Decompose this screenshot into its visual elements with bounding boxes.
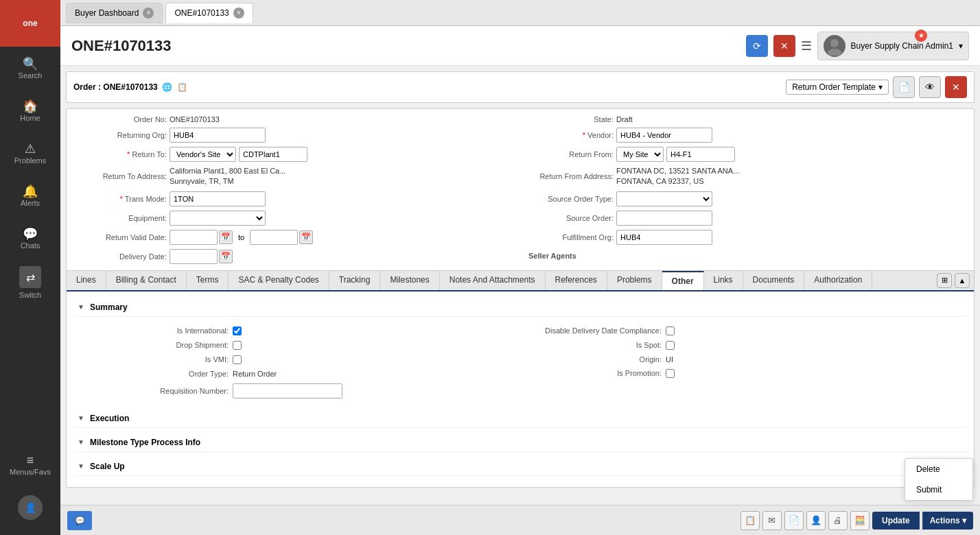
scale-up-section-header[interactable]: ▼ Scale Up	[73, 457, 967, 476]
eye-icon-btn[interactable]: 👁	[919, 76, 941, 98]
template-icon-btn[interactable]: 📄	[893, 76, 915, 98]
is-spot-checkbox[interactable]	[666, 341, 675, 350]
delivery-date-input[interactable]	[170, 249, 218, 264]
menu-button[interactable]: ☰	[801, 38, 812, 54]
tab-links[interactable]: Links	[704, 271, 743, 290]
list-icon[interactable]: 📋	[177, 82, 188, 93]
milestone-collapse-icon: ▼	[76, 438, 86, 447]
return-from-address-row: Return From Address: FONTANA DC, 13521 S…	[520, 164, 967, 189]
sidebar-item-problems[interactable]: ⚠ Problems	[0, 132, 60, 174]
tab-lines[interactable]: Lines	[67, 271, 106, 290]
trans-mode-input[interactable]	[170, 191, 266, 206]
disable-delivery-checkbox[interactable]	[666, 326, 675, 335]
source-order-input[interactable]	[616, 211, 712, 226]
problems-icon: ⚠	[25, 141, 36, 156]
tab-order-close[interactable]: ×	[233, 8, 244, 19]
form-grid: Order No: ONE#1070133 Returning Org: Ret…	[67, 109, 974, 270]
document-button[interactable]: 📄	[784, 511, 804, 530]
trans-mode-row: Trans Mode:	[73, 189, 520, 209]
delivery-date-calendar-icon[interactable]: 📅	[219, 250, 233, 263]
sidebar-item-avatar-bottom[interactable]: 👤	[0, 486, 60, 530]
calendar-to-icon[interactable]: 📅	[299, 230, 313, 244]
calculator-button[interactable]: 🧮	[850, 511, 870, 530]
tab-billing-contact[interactable]: Billing & Contact	[106, 271, 187, 290]
return-from-site-input[interactable]	[666, 147, 735, 162]
user-area[interactable]: ★ Buyer Supply Chain Admin1 ▾	[817, 32, 969, 60]
return-order-template-button[interactable]: Return Order Template ▾	[786, 80, 889, 95]
drop-shipment-checkbox[interactable]	[233, 341, 242, 350]
user-button[interactable]: 👤	[806, 511, 826, 530]
tab-other[interactable]: Other	[662, 271, 704, 290]
fulfillment-org-input[interactable]	[616, 230, 712, 245]
tab-tracking[interactable]: Tracking	[329, 271, 381, 290]
sidebar-item-menus[interactable]: ≡ Menus/Favs	[0, 444, 60, 486]
form-right-col: State: Draft Vendor: Return From: My Sit…	[520, 113, 967, 266]
sidebar-item-search[interactable]: 🔍 Search	[0, 47, 60, 89]
tab-documents[interactable]: Documents	[743, 271, 805, 290]
return-to-site-input[interactable]	[239, 147, 307, 162]
print-button[interactable]: 🖨	[828, 511, 848, 530]
sidebar-item-menus-label: Menus/Favs	[10, 468, 51, 476]
tab-collapse-icon[interactable]: ▲	[955, 273, 970, 288]
svg-point-0	[830, 39, 839, 47]
tab-buyer-dashboard[interactable]: Buyer Dashboard ×	[66, 3, 163, 23]
is-international-checkbox[interactable]	[233, 326, 242, 335]
vendor-input[interactable]	[616, 128, 712, 143]
sidebar-item-home[interactable]: 🏠 Home	[0, 89, 60, 132]
order-type-label: Order Type:	[91, 370, 229, 378]
is-promotion-checkbox[interactable]	[666, 369, 675, 378]
delivery-date-wrap: 📅	[170, 249, 233, 264]
calendar-from-icon[interactable]: 📅	[219, 230, 233, 244]
tab-authorization[interactable]: Authorization	[804, 271, 872, 290]
tab-order[interactable]: ONE#1070133 ×	[165, 3, 253, 23]
update-button[interactable]: Update	[872, 512, 920, 530]
source-order-type-select[interactable]	[616, 191, 712, 206]
milestone-section-header[interactable]: ▼ Milestone Type Process Info	[73, 433, 967, 452]
tab-terms[interactable]: Terms	[187, 271, 229, 290]
delivery-date-row: Delivery Date: 📅	[73, 247, 520, 266]
state-value: Draft	[616, 115, 633, 123]
disable-delivery-row: Disable Delivery Date Compliance:	[520, 324, 953, 338]
order-no-row: Order No: ONE#1070133	[73, 113, 520, 126]
requisition-input[interactable]	[233, 383, 342, 399]
tab-milestones[interactable]: Milestones	[380, 271, 439, 290]
svg-point-1	[828, 49, 841, 56]
is-vmi-checkbox[interactable]	[233, 355, 242, 364]
copy-button[interactable]: 📋	[740, 511, 760, 530]
execution-section-header[interactable]: ▼ Execution	[73, 409, 967, 428]
refresh-button[interactable]: ⟳	[746, 35, 768, 57]
globe-icon[interactable]: 🌐	[162, 82, 173, 93]
actions-button[interactable]: Actions ▾	[922, 512, 973, 530]
tab-references[interactable]: References	[546, 271, 607, 290]
return-valid-date-to-input[interactable]	[250, 230, 298, 245]
submit-action-item[interactable]: Submit	[905, 479, 972, 500]
email-button[interactable]: ✉	[762, 511, 782, 530]
chat-button[interactable]: 💬	[67, 511, 92, 530]
return-to-type-select[interactable]: Vendor's Site	[170, 147, 236, 162]
date-from-wrap: 📅	[170, 230, 233, 245]
order-form: Order No: ONE#1070133 Returning Org: Ret…	[66, 108, 975, 488]
tab-buyer-dashboard-close[interactable]: ×	[143, 8, 154, 19]
tab-grid-icon[interactable]: ⊞	[937, 273, 952, 288]
tab-sac-penalty[interactable]: SAC & Penalty Codes	[229, 271, 329, 290]
returning-org-row: Returning Org:	[73, 126, 520, 145]
tab-notes-attachments[interactable]: Notes And Attachments	[440, 271, 546, 290]
equipment-select[interactable]	[170, 211, 266, 226]
scale-up-title: Scale Up	[90, 462, 125, 471]
app-logo[interactable]: one	[0, 0, 60, 47]
delete-action-item[interactable]: Delete	[905, 459, 972, 479]
tab-problems[interactable]: Problems	[607, 271, 662, 290]
order-no-value: ONE#1070133	[170, 115, 220, 123]
scale-up-collapse-icon: ▼	[76, 462, 86, 471]
returning-org-input[interactable]	[170, 128, 266, 143]
sidebar-item-switch[interactable]: ⇄ Switch	[0, 259, 60, 306]
order-close-button[interactable]: ✕	[945, 76, 967, 98]
summary-section-header[interactable]: ▼ Summary	[73, 298, 967, 317]
sidebar-item-chats[interactable]: 💬 Chats	[0, 217, 60, 259]
close-button[interactable]: ✕	[773, 35, 795, 57]
sidebar-item-alerts[interactable]: 🔔 Alerts	[0, 174, 60, 217]
sidebar-item-home-label: Home	[20, 114, 40, 122]
return-valid-date-from-input[interactable]	[170, 230, 218, 245]
return-from-type-select[interactable]: My Site	[616, 147, 664, 162]
user-avatar	[824, 35, 845, 57]
